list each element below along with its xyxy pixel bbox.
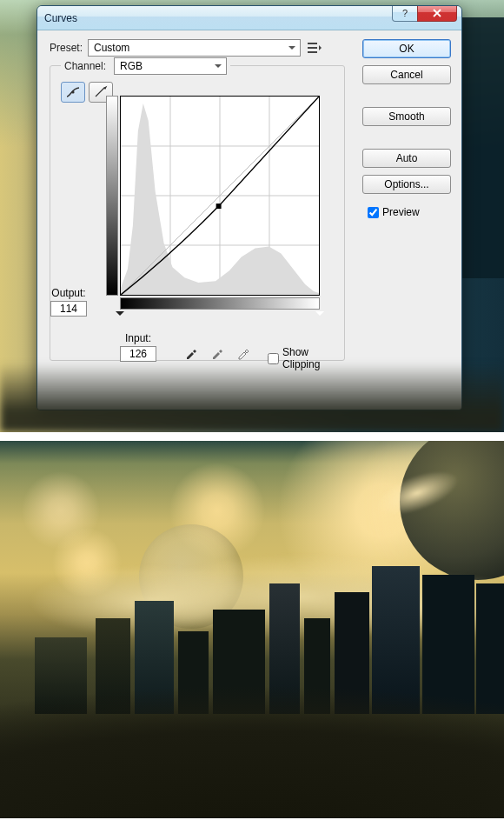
curve-area[interactable] <box>120 96 320 296</box>
dialog-side-buttons: OK Cancel Smooth Auto Options... Preview <box>362 39 451 218</box>
cancel-button[interactable]: Cancel <box>362 65 451 84</box>
svg-rect-1 <box>308 43 317 44</box>
help-button[interactable]: ? <box>392 5 418 22</box>
preset-label: Preset: <box>50 42 83 54</box>
svg-rect-2 <box>308 47 317 49</box>
channel-label: Channel: <box>64 60 106 72</box>
output-value-input[interactable] <box>50 301 87 317</box>
preset-dropdown[interactable]: Custom <box>88 39 301 57</box>
result-artwork <box>0 441 504 818</box>
close-button[interactable] <box>417 5 457 22</box>
curve-grid[interactable] <box>120 96 320 296</box>
dialog-title: Curves <box>44 12 77 24</box>
art-foreground-hill <box>0 618 504 818</box>
window-controls: ? <box>393 5 457 22</box>
eyedropper-group <box>182 344 252 362</box>
preset-menu-icon[interactable] <box>308 41 322 55</box>
curve-group: Channel: RGB <box>50 65 345 361</box>
white-point-slider[interactable] <box>315 311 324 320</box>
curves-dialog: Curves ? Preset: Custom <box>36 5 462 410</box>
dialog-body: Preset: Custom Channel: <box>37 30 461 410</box>
svg-text:?: ? <box>402 8 408 18</box>
options-button[interactable]: Options... <box>362 175 451 194</box>
output-gradient <box>106 96 118 296</box>
preview-input[interactable] <box>368 207 379 218</box>
curve-control-point <box>216 203 222 209</box>
show-clipping-input[interactable] <box>268 353 279 364</box>
input-label: Input: <box>120 332 156 344</box>
curve-mode-point-button[interactable] <box>61 82 85 103</box>
preset-value: Custom <box>94 42 129 54</box>
svg-rect-3 <box>308 51 317 53</box>
show-clipping-label: Show Clipping <box>282 346 344 370</box>
auto-button[interactable]: Auto <box>362 149 451 168</box>
output-field-group: Output: <box>50 287 87 317</box>
background-top: Curves ? Preset: Custom <box>0 0 504 432</box>
svg-point-4 <box>71 90 74 93</box>
output-label: Output: <box>50 287 87 299</box>
curve-svg <box>121 97 319 295</box>
input-gradient <box>120 297 320 310</box>
dialog-titlebar[interactable]: Curves ? <box>37 6 461 30</box>
channel-value: RGB <box>120 60 143 72</box>
smooth-button[interactable]: Smooth <box>362 107 451 126</box>
channel-row: Channel: RGB <box>61 57 230 75</box>
preview-label: Preview <box>382 206 420 218</box>
show-clipping-checkbox[interactable]: Show Clipping <box>268 346 344 370</box>
black-eyedropper-icon[interactable] <box>182 344 200 362</box>
input-value-input[interactable] <box>120 346 156 362</box>
black-point-slider[interactable] <box>116 311 124 320</box>
gray-eyedropper-icon[interactable] <box>209 344 226 362</box>
input-field-group: Input: <box>120 332 156 362</box>
ok-button[interactable]: OK <box>362 39 451 58</box>
channel-dropdown[interactable]: RGB <box>114 57 227 75</box>
white-eyedropper-icon[interactable] <box>235 344 252 362</box>
preview-checkbox[interactable]: Preview <box>362 206 451 218</box>
